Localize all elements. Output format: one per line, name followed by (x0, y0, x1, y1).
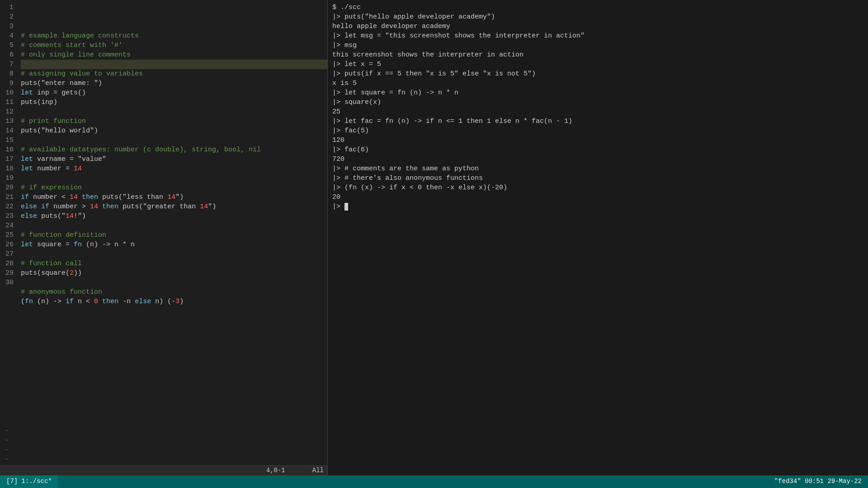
line-number: 24 (0, 221, 14, 230)
code-line: # example language constructs (21, 31, 327, 41)
code-line: let number = 14 (21, 164, 327, 174)
code-line (21, 306, 327, 316)
line-number: 8 (0, 69, 14, 79)
tilde-line: ~ (5, 446, 327, 455)
line-number: 13 (0, 117, 14, 126)
code-line: puts("hello world") (21, 126, 327, 136)
code-line: puts(inp) (21, 98, 327, 107)
tilde-area: ~ ~ ~ ~ (0, 426, 327, 465)
code-line: # comments start with '#' (21, 41, 327, 50)
statusbar-left: [7] 1:./scc* (0, 475, 58, 488)
code-line (21, 249, 327, 259)
statusbar-right-label: "fed34" 00:51 29-May-22 (774, 478, 862, 485)
line-number: 21 (0, 192, 14, 202)
line-number: 7 (0, 60, 14, 69)
line-number: 18 (0, 164, 14, 174)
code-line: let inp = gets() (21, 88, 327, 98)
line-number: 16 (0, 145, 14, 155)
code-line: let varname = "value" (21, 155, 327, 164)
tilde-line: ~ (5, 436, 327, 446)
line-number: 15 (0, 136, 14, 145)
line-number: 6 (0, 50, 14, 60)
line-number: 1 (0, 3, 14, 12)
line-number: 30 (0, 278, 14, 287)
code-content[interactable]: # example language constructs# comments … (17, 0, 327, 426)
line-number: 19 (0, 174, 14, 183)
line-number: 14 (0, 126, 14, 136)
tilde-line: ~ (5, 455, 327, 465)
line-numbers: 1234567891011121314151617181920212223242… (0, 0, 17, 426)
code-area: 1234567891011121314151617181920212223242… (0, 0, 327, 426)
editor-position: 4,0-1 (266, 466, 285, 475)
terminal-cursor (344, 203, 348, 211)
code-line: # print function (21, 117, 327, 126)
line-number: 29 (0, 268, 14, 278)
line-number: 28 (0, 259, 14, 268)
editor-pane[interactable]: 1234567891011121314151617181920212223242… (0, 0, 328, 475)
line-number: 22 (0, 202, 14, 211)
line-number: 3 (0, 22, 14, 31)
line-number: 27 (0, 249, 14, 259)
code-line (21, 60, 327, 69)
editor-scroll: All (312, 466, 324, 475)
line-number: 4 (0, 31, 14, 41)
code-line: # anonymous function (21, 287, 327, 297)
statusbar-left-label: [7] 1:./scc* (6, 477, 52, 486)
line-number: 23 (0, 211, 14, 221)
code-line: else puts("14!") (21, 211, 327, 221)
line-number: 20 (0, 183, 14, 192)
tilde-line: ~ (5, 427, 327, 436)
code-line: # if expression (21, 183, 327, 192)
statusbar-right: "fed34" 00:51 29-May-22 (768, 477, 868, 486)
code-line: # only single line comments (21, 50, 327, 60)
code-line (21, 174, 327, 183)
code-line: puts(square(2)) (21, 268, 327, 278)
code-line: let square = fn (n) -> n * n (21, 240, 327, 249)
code-line: # function definition (21, 230, 327, 240)
editor-statusline: 4,0-1 All (0, 465, 327, 475)
line-number: 9 (0, 79, 14, 88)
code-line: if number < 14 then puts("less than 14") (21, 192, 327, 202)
code-line: else if number > 14 then puts("greater t… (21, 202, 327, 211)
line-number: 5 (0, 41, 14, 50)
code-line: # assigning value to variables (21, 69, 327, 79)
line-number: 11 (0, 98, 14, 107)
code-line: puts("enter name: ") (21, 79, 327, 88)
code-line: # function call (21, 259, 327, 268)
line-number: 25 (0, 230, 14, 240)
code-line: # available datatypes: number (c double)… (21, 145, 327, 155)
main-area: 1234567891011121314151617181920212223242… (0, 0, 868, 475)
code-line (21, 136, 327, 145)
line-number: 10 (0, 88, 14, 98)
code-line (21, 278, 327, 287)
code-line (21, 221, 327, 230)
terminal-pane[interactable]: $ ./scc |> puts("hello apple developer a… (328, 0, 868, 475)
line-number: 12 (0, 107, 14, 117)
statusbar: [7] 1:./scc* "fed34" 00:51 29-May-22 (0, 475, 868, 488)
line-number: 2 (0, 12, 14, 22)
line-number: 26 (0, 240, 14, 249)
code-line: (fn (n) -> if n < 0 then -n else n) (-3) (21, 297, 327, 306)
code-line (21, 107, 327, 117)
line-number: 17 (0, 155, 14, 164)
